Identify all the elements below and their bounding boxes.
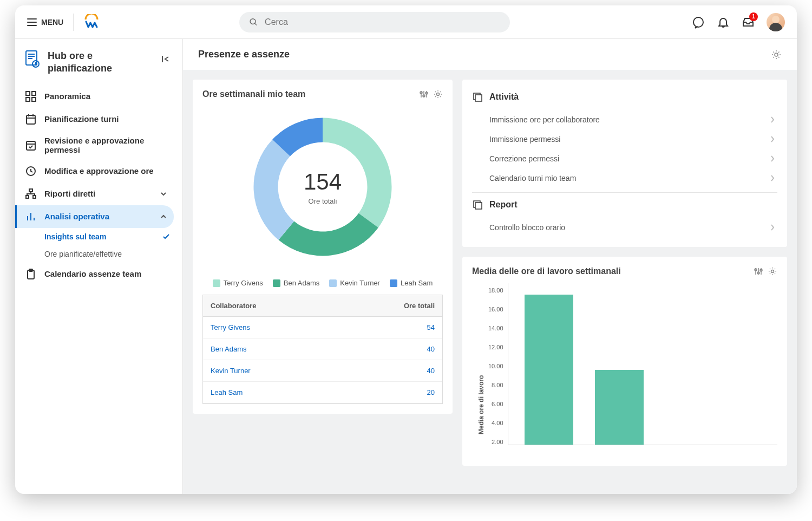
sidebar-item-label: Revisione e approvazione permessi xyxy=(44,136,167,154)
section-title-text: Attività xyxy=(489,92,519,102)
table-row: Ben Adams40 xyxy=(203,338,442,360)
main-content: Presenze e assenze Ore settimanali mio t… xyxy=(183,39,797,494)
menu-button[interactable]: MENU xyxy=(27,18,63,27)
bar[interactable] xyxy=(595,370,644,445)
filter-icon[interactable] xyxy=(754,266,763,276)
hours-value: 40 xyxy=(388,360,442,381)
sidebar-item-label: Calendario assenze team xyxy=(44,269,141,278)
table-row: Terry Givens54 xyxy=(203,317,442,338)
dashboard-icon xyxy=(25,90,37,102)
sidebar-item-analisi[interactable]: Analisi operativa xyxy=(15,205,174,228)
list-item-label: Calendario turni mio team xyxy=(489,174,576,183)
y-tick: 2.00 xyxy=(488,439,503,445)
hours-value: 54 xyxy=(388,317,442,338)
list-item[interactable]: Controllo blocco orario xyxy=(472,218,777,237)
svg-rect-22 xyxy=(33,196,36,198)
bell-icon[interactable] xyxy=(717,16,730,29)
bar-chart-icon xyxy=(25,211,37,223)
legend-item[interactable]: Leah Sam xyxy=(390,279,433,287)
y-tick: 10.00 xyxy=(488,363,503,369)
search-input[interactable] xyxy=(265,17,500,27)
svg-rect-20 xyxy=(29,189,32,192)
sidebar-item-riporti[interactable]: Riporti diretti xyxy=(15,183,174,205)
workday-logo[interactable] xyxy=(83,14,100,30)
svg-rect-11 xyxy=(26,97,30,101)
legend-item[interactable]: Ben Adams xyxy=(273,279,320,287)
gear-icon[interactable] xyxy=(771,49,782,60)
collapse-icon[interactable] xyxy=(161,54,171,64)
sidebar-item-calendario[interactable]: Calendario assenze team xyxy=(15,263,174,285)
inbox-icon[interactable]: 1 xyxy=(742,16,755,29)
chevron-right-icon xyxy=(770,155,775,162)
collaborator-link[interactable]: Ben Adams xyxy=(203,338,388,360)
sidebar-sub-ore[interactable]: Ore pianificate/effettive xyxy=(15,245,177,263)
donut-slice[interactable] xyxy=(254,140,294,240)
collaborator-link[interactable]: Terry Givens xyxy=(203,317,388,338)
y-tick: 6.00 xyxy=(488,401,503,407)
clipboard-icon xyxy=(25,268,37,280)
list-item[interactable]: Immissione ore per collaboratore xyxy=(472,110,777,129)
donut-slice[interactable] xyxy=(278,213,378,256)
legend-swatch xyxy=(213,279,220,287)
svg-rect-12 xyxy=(32,97,36,101)
calendar-check-icon xyxy=(25,139,37,151)
hours-value: 40 xyxy=(388,338,442,360)
gear-icon[interactable] xyxy=(433,89,443,99)
list-item[interactable]: Calendario turni mio team xyxy=(472,168,777,188)
sidebar-item-label: Modifica e approvazione ore xyxy=(44,166,154,175)
collaborator-link[interactable]: Leah Sam xyxy=(203,382,388,403)
hamburger-icon xyxy=(27,18,37,26)
gear-icon[interactable] xyxy=(768,266,777,276)
svg-point-28 xyxy=(775,53,778,56)
y-tick: 12.00 xyxy=(488,344,503,350)
donut-chart: 154 Ore totali xyxy=(241,106,404,268)
y-tick: 18.00 xyxy=(488,287,503,294)
svg-rect-39 xyxy=(475,203,482,209)
hub-icon xyxy=(25,50,40,68)
svg-point-46 xyxy=(771,270,774,273)
svg-point-35 xyxy=(437,93,440,96)
sidebar-sub-label: Ore pianificate/effettive xyxy=(44,250,122,258)
avg-hours-card: Media delle ore di lavoro settimanali Me… xyxy=(462,257,787,466)
collaborator-link[interactable]: Kevin Turner xyxy=(203,360,388,381)
y-axis-label: Media ore di lavoro xyxy=(477,283,485,456)
sidebar-sub-insights[interactable]: Insights sul team xyxy=(15,228,177,245)
chevron-right-icon xyxy=(770,174,775,182)
org-icon xyxy=(25,188,37,200)
sidebar-item-revisione[interactable]: Revisione e approvazione permessi xyxy=(15,131,174,160)
legend-item[interactable]: Terry Givens xyxy=(213,279,263,287)
sidebar-sub-label: Insights sul team xyxy=(44,232,106,241)
sidebar-item-panoramica[interactable]: Panoramica xyxy=(15,85,174,108)
svg-rect-37 xyxy=(475,95,482,101)
legend-label: Kevin Turner xyxy=(340,279,380,287)
sidebar-item-pianificazione[interactable]: Pianificazione turni xyxy=(15,108,174,131)
chevron-down-icon xyxy=(160,190,167,198)
hours-value: 20 xyxy=(388,382,442,403)
table-row: Kevin Turner40 xyxy=(203,360,442,382)
chevron-right-icon xyxy=(770,116,775,123)
legend-swatch xyxy=(273,279,280,287)
list-item-label: Correzione permessi xyxy=(489,154,559,163)
menu-label: MENU xyxy=(41,18,63,27)
chevron-right-icon xyxy=(770,224,775,231)
svg-rect-10 xyxy=(32,92,36,95)
bar[interactable] xyxy=(525,295,573,445)
legend-swatch xyxy=(390,279,397,287)
legend-item[interactable]: Kevin Turner xyxy=(329,279,380,287)
list-item[interactable]: Immissione permessi xyxy=(472,129,777,149)
svg-point-2 xyxy=(693,17,703,27)
sidebar-item-label: Analisi operativa xyxy=(44,212,109,221)
chevron-right-icon xyxy=(770,135,775,143)
svg-rect-21 xyxy=(26,196,29,198)
inbox-badge: 1 xyxy=(749,12,758,21)
chat-icon[interactable] xyxy=(692,16,705,29)
avatar[interactable] xyxy=(767,13,785,31)
filter-icon[interactable] xyxy=(419,89,429,99)
table-header-hours: Ore totali xyxy=(388,295,442,316)
sidebar-item-modifica[interactable]: Modifica e approvazione ore xyxy=(15,160,174,183)
svg-line-1 xyxy=(255,23,257,25)
donut-legend: Terry GivensBen AdamsKevin TurnerLeah Sa… xyxy=(213,279,433,287)
list-item[interactable]: Correzione permessi xyxy=(472,149,777,168)
search-bar[interactable] xyxy=(239,12,510,32)
donut-label: Ore totali xyxy=(304,197,342,205)
